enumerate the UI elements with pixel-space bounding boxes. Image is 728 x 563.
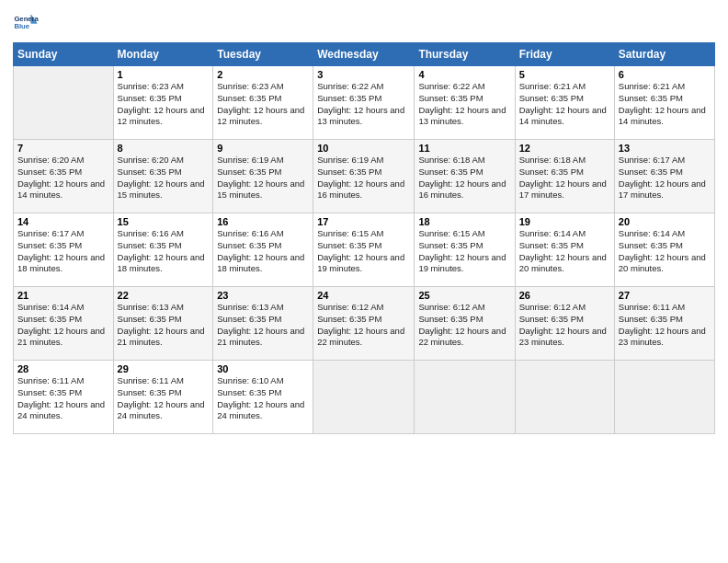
day-number: 5 — [519, 69, 610, 80]
calendar-cell: 29Sunrise: 6:11 AMSunset: 6:35 PMDayligh… — [113, 361, 213, 434]
day-info: Sunrise: 6:23 AMSunset: 6:35 PMDaylight:… — [118, 81, 210, 128]
day-number: 7 — [17, 143, 109, 154]
calendar-cell: 7Sunrise: 6:20 AMSunset: 6:35 PMDaylight… — [14, 140, 114, 213]
logo: General Blue — [13, 9, 39, 35]
day-info: Sunrise: 6:12 AMSunset: 6:35 PMDaylight:… — [519, 302, 610, 349]
day-number: 30 — [217, 363, 309, 374]
calendar-cell: 24Sunrise: 6:12 AMSunset: 6:35 PMDayligh… — [313, 287, 415, 361]
calendar-cell: 22Sunrise: 6:13 AMSunset: 6:35 PMDayligh… — [113, 287, 213, 361]
day-info: Sunrise: 6:20 AMSunset: 6:35 PMDaylight:… — [17, 155, 109, 201]
day-number: 26 — [519, 290, 610, 301]
day-info: Sunrise: 6:12 AMSunset: 6:35 PMDaylight:… — [317, 302, 410, 349]
calendar-cell — [515, 361, 614, 434]
calendar-cell: 13Sunrise: 6:17 AMSunset: 6:35 PMDayligh… — [614, 140, 714, 213]
weekday-header: Saturday — [614, 43, 714, 66]
page-header: General Blue — [13, 9, 715, 35]
day-number: 1 — [118, 69, 210, 80]
day-info: Sunrise: 6:11 AMSunset: 6:35 PMDaylight:… — [17, 375, 109, 422]
day-info: Sunrise: 6:10 AMSunset: 6:35 PMDaylight:… — [217, 375, 309, 422]
weekday-header: Tuesday — [213, 43, 313, 66]
day-info: Sunrise: 6:21 AMSunset: 6:35 PMDaylight:… — [619, 81, 711, 128]
day-number: 23 — [217, 290, 309, 301]
calendar-cell — [313, 361, 415, 434]
day-number: 2 — [217, 69, 309, 80]
day-info: Sunrise: 6:11 AMSunset: 6:35 PMDaylight:… — [118, 375, 210, 422]
calendar-cell: 8Sunrise: 6:20 AMSunset: 6:35 PMDaylight… — [113, 140, 213, 213]
day-info: Sunrise: 6:12 AMSunset: 6:35 PMDaylight:… — [418, 302, 510, 349]
calendar-cell — [14, 66, 114, 140]
day-number: 3 — [317, 69, 410, 80]
day-number: 27 — [619, 290, 711, 301]
day-info: Sunrise: 6:19 AMSunset: 6:35 PMDaylight:… — [317, 155, 410, 201]
day-number: 17 — [317, 216, 410, 227]
day-number: 14 — [17, 216, 109, 227]
day-number: 19 — [519, 216, 610, 227]
day-number: 16 — [217, 216, 309, 227]
day-info: Sunrise: 6:18 AMSunset: 6:35 PMDaylight:… — [519, 155, 610, 201]
calendar-cell: 25Sunrise: 6:12 AMSunset: 6:35 PMDayligh… — [415, 287, 515, 361]
calendar-cell: 15Sunrise: 6:16 AMSunset: 6:35 PMDayligh… — [113, 213, 213, 287]
day-info: Sunrise: 6:11 AMSunset: 6:35 PMDaylight:… — [619, 302, 711, 349]
day-number: 8 — [118, 143, 210, 154]
calendar-cell: 21Sunrise: 6:14 AMSunset: 6:35 PMDayligh… — [14, 287, 114, 361]
calendar-cell: 20Sunrise: 6:14 AMSunset: 6:35 PMDayligh… — [614, 213, 714, 287]
day-info: Sunrise: 6:20 AMSunset: 6:35 PMDaylight:… — [118, 155, 210, 201]
calendar-week-row: 28Sunrise: 6:11 AMSunset: 6:35 PMDayligh… — [14, 361, 715, 434]
calendar-cell: 9Sunrise: 6:19 AMSunset: 6:35 PMDaylight… — [213, 140, 313, 213]
day-info: Sunrise: 6:13 AMSunset: 6:35 PMDaylight:… — [217, 302, 309, 349]
calendar-cell: 16Sunrise: 6:16 AMSunset: 6:35 PMDayligh… — [213, 213, 313, 287]
day-number: 28 — [17, 363, 109, 374]
calendar-table: SundayMondayTuesdayWednesdayThursdayFrid… — [13, 42, 715, 434]
calendar-cell: 12Sunrise: 6:18 AMSunset: 6:35 PMDayligh… — [515, 140, 614, 213]
day-info: Sunrise: 6:23 AMSunset: 6:35 PMDaylight:… — [217, 81, 309, 128]
calendar-cell: 27Sunrise: 6:11 AMSunset: 6:35 PMDayligh… — [614, 287, 714, 361]
calendar-cell: 17Sunrise: 6:15 AMSunset: 6:35 PMDayligh… — [313, 213, 415, 287]
calendar-cell: 1Sunrise: 6:23 AMSunset: 6:35 PMDaylight… — [113, 66, 213, 140]
weekday-header: Monday — [113, 43, 213, 66]
day-info: Sunrise: 6:18 AMSunset: 6:35 PMDaylight:… — [418, 155, 510, 201]
calendar-cell: 26Sunrise: 6:12 AMSunset: 6:35 PMDayligh… — [515, 287, 614, 361]
calendar-cell: 19Sunrise: 6:14 AMSunset: 6:35 PMDayligh… — [515, 213, 614, 287]
calendar-header-row: SundayMondayTuesdayWednesdayThursdayFrid… — [14, 43, 715, 66]
day-info: Sunrise: 6:22 AMSunset: 6:35 PMDaylight:… — [418, 81, 510, 128]
calendar-week-row: 14Sunrise: 6:17 AMSunset: 6:35 PMDayligh… — [14, 213, 715, 287]
day-number: 4 — [418, 69, 510, 80]
day-number: 12 — [519, 143, 610, 154]
calendar-cell: 11Sunrise: 6:18 AMSunset: 6:35 PMDayligh… — [415, 140, 515, 213]
calendar-week-row: 21Sunrise: 6:14 AMSunset: 6:35 PMDayligh… — [14, 287, 715, 361]
calendar-week-row: 7Sunrise: 6:20 AMSunset: 6:35 PMDaylight… — [14, 140, 715, 213]
day-number: 18 — [418, 216, 510, 227]
day-number: 22 — [118, 290, 210, 301]
day-number: 15 — [118, 216, 210, 227]
day-info: Sunrise: 6:13 AMSunset: 6:35 PMDaylight:… — [118, 302, 210, 349]
day-number: 29 — [118, 363, 210, 374]
weekday-header: Sunday — [14, 43, 114, 66]
weekday-header: Wednesday — [313, 43, 415, 66]
calendar-cell: 30Sunrise: 6:10 AMSunset: 6:35 PMDayligh… — [213, 361, 313, 434]
weekday-header: Thursday — [415, 43, 515, 66]
calendar-cell — [614, 361, 714, 434]
day-number: 6 — [619, 69, 711, 80]
calendar-cell: 28Sunrise: 6:11 AMSunset: 6:35 PMDayligh… — [14, 361, 114, 434]
day-number: 21 — [17, 290, 109, 301]
calendar-cell: 18Sunrise: 6:15 AMSunset: 6:35 PMDayligh… — [415, 213, 515, 287]
logo-icon: General Blue — [13, 9, 39, 35]
day-number: 20 — [619, 216, 711, 227]
day-info: Sunrise: 6:16 AMSunset: 6:35 PMDaylight:… — [118, 228, 210, 275]
weekday-header: Friday — [515, 43, 614, 66]
day-info: Sunrise: 6:16 AMSunset: 6:35 PMDaylight:… — [217, 228, 309, 275]
day-info: Sunrise: 6:15 AMSunset: 6:35 PMDaylight:… — [418, 228, 510, 275]
calendar-cell: 3Sunrise: 6:22 AMSunset: 6:35 PMDaylight… — [313, 66, 415, 140]
day-info: Sunrise: 6:17 AMSunset: 6:35 PMDaylight:… — [17, 228, 109, 275]
day-number: 25 — [418, 290, 510, 301]
day-number: 9 — [217, 143, 309, 154]
day-number: 11 — [418, 143, 510, 154]
day-info: Sunrise: 6:21 AMSunset: 6:35 PMDaylight:… — [519, 81, 610, 128]
calendar-cell: 10Sunrise: 6:19 AMSunset: 6:35 PMDayligh… — [313, 140, 415, 213]
day-info: Sunrise: 6:22 AMSunset: 6:35 PMDaylight:… — [317, 81, 410, 128]
day-info: Sunrise: 6:15 AMSunset: 6:35 PMDaylight:… — [317, 228, 410, 275]
day-info: Sunrise: 6:14 AMSunset: 6:35 PMDaylight:… — [619, 228, 711, 275]
day-info: Sunrise: 6:19 AMSunset: 6:35 PMDaylight:… — [217, 155, 309, 201]
calendar-cell: 2Sunrise: 6:23 AMSunset: 6:35 PMDaylight… — [213, 66, 313, 140]
day-number: 24 — [317, 290, 410, 301]
